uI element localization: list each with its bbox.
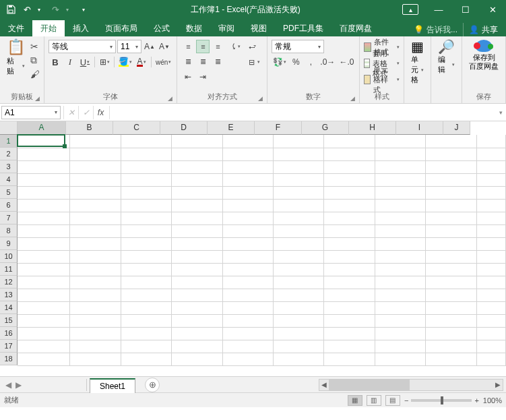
decrease-indent-icon[interactable]: ⇤ xyxy=(181,70,195,84)
row-header-15[interactable]: 15 xyxy=(0,314,18,327)
row-header-18[interactable]: 18 xyxy=(0,353,18,365)
phonetic-button[interactable]: wén▾ xyxy=(154,55,172,69)
col-header-F[interactable]: F xyxy=(255,121,302,135)
row-header-4[interactable]: 4 xyxy=(0,173,18,186)
row-header-11[interactable]: 11 xyxy=(0,263,18,276)
align-middle-icon[interactable]: ≡ xyxy=(196,40,210,53)
increase-decimal-icon[interactable]: .0→ xyxy=(319,55,336,69)
comma-button[interactable]: , xyxy=(304,55,317,69)
underline-button[interactable]: U▾ xyxy=(78,55,92,69)
clipboard-launcher[interactable]: ◢ xyxy=(35,95,40,102)
expand-formula-icon[interactable]: ▾ xyxy=(495,109,506,116)
share-button[interactable]: 👤 共享 xyxy=(463,23,503,36)
hscroll-left-icon[interactable]: ◀ xyxy=(319,381,329,388)
zoom-out-icon[interactable]: − xyxy=(404,396,408,404)
orientation-button[interactable]: ⤹▾ xyxy=(228,40,242,53)
tell-me-search[interactable]: 💡 告诉我... xyxy=(408,24,463,36)
sheet-tab[interactable]: Sheet1 xyxy=(90,378,135,393)
tab-review[interactable]: 审阅 xyxy=(210,20,243,36)
number-format-select[interactable]: 常规▾ xyxy=(272,40,324,53)
zoom-slider[interactable]: − + xyxy=(404,396,479,404)
number-launcher[interactable]: ◢ xyxy=(350,95,355,102)
normal-view-icon[interactable]: ▦ xyxy=(348,395,362,406)
row-header-5[interactable]: 5 xyxy=(0,186,18,199)
row-header-9[interactable]: 9 xyxy=(0,237,18,250)
row-header-2[interactable]: 2 xyxy=(0,148,18,160)
font-name-select[interactable]: 等线▾ xyxy=(49,40,116,53)
cell-styles-button[interactable]: 单元格样式▾ xyxy=(364,72,400,87)
fx-icon[interactable]: fx xyxy=(93,106,108,119)
save-to-cloud-button[interactable]: 保存到 百度网盘 xyxy=(466,38,501,72)
fill-color-button[interactable]: 🪣▾ xyxy=(117,55,133,69)
align-right-icon[interactable]: ≣ xyxy=(211,55,224,68)
row-header-3[interactable]: 3 xyxy=(0,160,18,173)
horizontal-scrollbar[interactable]: ◀ ▶ xyxy=(319,379,503,391)
redo-dropdown-icon[interactable]: ▾ xyxy=(62,4,73,15)
tab-insert[interactable]: 插入 xyxy=(65,20,97,36)
tab-data[interactable]: 数据 xyxy=(178,20,210,36)
font-launcher[interactable]: ◢ xyxy=(168,95,172,102)
decrease-font-icon[interactable]: A▼ xyxy=(158,40,171,53)
tab-page-layout[interactable]: 页面布局 xyxy=(97,20,146,36)
decrease-decimal-icon[interactable]: ←.0 xyxy=(338,55,355,69)
row-header-13[interactable]: 13 xyxy=(0,289,18,301)
tab-pdf[interactable]: PDF工具集 xyxy=(275,20,331,36)
tab-formulas[interactable]: 公式 xyxy=(146,20,178,36)
merge-button[interactable]: ⊟▾ xyxy=(246,55,263,69)
hscroll-right-icon[interactable]: ▶ xyxy=(493,381,503,388)
cancel-formula-icon[interactable]: ✕ xyxy=(63,106,78,119)
minimize-button[interactable]: — xyxy=(425,0,452,19)
zoom-in-icon[interactable]: + xyxy=(474,396,478,404)
font-size-select[interactable]: 11▾ xyxy=(117,40,141,53)
col-header-D[interactable]: D xyxy=(160,121,208,135)
zoom-percent[interactable]: 100% xyxy=(483,396,502,404)
increase-indent-icon[interactable]: ⇥ xyxy=(196,70,210,84)
select-all-corner[interactable] xyxy=(0,121,18,135)
row-header-1[interactable]: 1 xyxy=(0,135,18,148)
add-sheet-button[interactable]: ⊕ xyxy=(145,378,160,392)
page-break-view-icon[interactable]: ▤ xyxy=(385,395,400,406)
tab-home[interactable]: 开始 xyxy=(32,20,65,36)
col-header-J[interactable]: J xyxy=(443,121,470,135)
col-header-C[interactable]: C xyxy=(113,121,160,135)
paste-button[interactable]: 📋 粘贴▾ xyxy=(4,38,28,78)
col-header-A[interactable]: A xyxy=(18,121,66,135)
row-header-8[interactable]: 8 xyxy=(0,224,18,237)
italic-button[interactable]: I xyxy=(63,55,77,69)
tab-view[interactable]: 视图 xyxy=(243,20,275,36)
copy-icon[interactable]: ⧉ xyxy=(30,55,40,66)
border-button[interactable]: ⊞▾ xyxy=(98,55,111,69)
tab-file[interactable]: 文件 xyxy=(0,20,32,36)
percent-button[interactable]: % xyxy=(289,55,303,69)
currency-button[interactable]: 💱▾ xyxy=(272,55,288,69)
maximize-button[interactable]: ☐ xyxy=(452,0,479,19)
font-color-button[interactable]: A▾ xyxy=(135,55,148,69)
wrap-text-button[interactable]: ⮐ xyxy=(246,40,263,53)
row-header-16[interactable]: 16 xyxy=(0,327,18,340)
editing-button[interactable]: 🔎 编辑▾ xyxy=(435,38,457,76)
align-left-icon[interactable]: ≣ xyxy=(181,55,195,68)
cells-button[interactable]: ▦ 单元格▾ xyxy=(408,38,426,86)
undo-dropdown-icon[interactable]: ▾ xyxy=(34,4,44,15)
row-header-7[interactable]: 7 xyxy=(0,212,18,224)
cut-icon[interactable]: ✂ xyxy=(30,41,40,52)
align-center-icon[interactable]: ≣ xyxy=(196,55,210,68)
bold-button[interactable]: B xyxy=(49,55,62,69)
cell-area[interactable] xyxy=(18,135,506,376)
align-bottom-icon[interactable]: ≡ xyxy=(211,40,224,53)
row-header-17[interactable]: 17 xyxy=(0,340,18,353)
increase-font-icon[interactable]: A▲ xyxy=(143,40,156,53)
enter-formula-icon[interactable]: ✓ xyxy=(78,106,93,119)
format-painter-icon[interactable]: 🖌 xyxy=(30,69,40,80)
page-layout-view-icon[interactable]: ▥ xyxy=(367,395,381,406)
col-header-H[interactable]: H xyxy=(349,121,396,135)
formula-input[interactable] xyxy=(109,106,495,119)
hscroll-thumb[interactable] xyxy=(329,380,410,390)
tab-baidu[interactable]: 百度网盘 xyxy=(331,20,380,36)
col-header-I[interactable]: I xyxy=(396,121,443,135)
redo-icon[interactable]: ↷ xyxy=(50,4,61,15)
qat-customize-icon[interactable]: ▾ xyxy=(78,4,89,15)
row-header-6[interactable]: 6 xyxy=(0,199,18,212)
align-top-icon[interactable]: ≡ xyxy=(181,40,195,53)
col-header-E[interactable]: E xyxy=(208,121,255,135)
